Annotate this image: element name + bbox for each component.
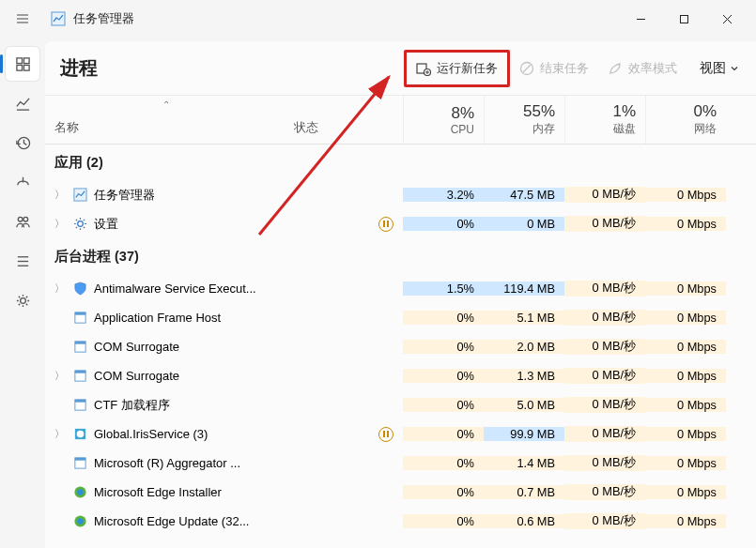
process-row[interactable]: COM Surrogate0%2.0 MB0 MB/秒0 Mbps	[45, 332, 756, 361]
process-row[interactable]: 〉COM Surrogate0%1.3 MB0 MB/秒0 Mbps	[45, 361, 756, 390]
metric-cell: 0 Mbps	[645, 456, 726, 470]
process-icon	[72, 485, 87, 500]
process-icon	[72, 282, 87, 297]
svg-rect-8	[16, 57, 22, 63]
metric-cell: 0%	[403, 427, 484, 441]
status-cell	[286, 217, 403, 232]
metric-cell: 0 Mbps	[645, 340, 726, 354]
col-header-memory[interactable]: 55% 内存	[484, 96, 564, 144]
expand-icon[interactable]: 〉	[54, 217, 66, 231]
process-icon	[72, 311, 87, 326]
process-name: Microsoft (R) Aggregator ...	[94, 456, 240, 470]
metric-cell: 0 Mbps	[645, 398, 726, 412]
sort-indicator-icon: ⌃	[162, 99, 170, 110]
run-new-task-label: 运行新任务	[437, 60, 498, 77]
hamburger-button[interactable]	[8, 4, 38, 34]
group-row[interactable]: 后台进程 (37)	[45, 238, 756, 274]
process-icon	[72, 456, 87, 471]
sidebar-item-services[interactable]	[6, 283, 39, 317]
col-header-disk[interactable]: 1% 磁盘	[564, 96, 645, 144]
svg-point-43	[77, 518, 84, 525]
metric-cell: 0 MB/秒	[564, 368, 645, 384]
disk-label: 磁盘	[613, 121, 636, 137]
efficiency-mode-button[interactable]: 效率模式	[598, 53, 687, 84]
sidebar-item-performance[interactable]	[6, 86, 39, 120]
metric-cell: 0%	[403, 217, 484, 231]
network-label: 网络	[694, 121, 717, 137]
end-task-icon	[519, 61, 534, 76]
metric-cell: 0%	[403, 340, 484, 354]
app-icon	[51, 11, 66, 26]
table-header: ⌃ 名称 状态 8% CPU 55% 内存 1% 磁盘	[45, 96, 756, 145]
col-header-network[interactable]: 0% 网络	[645, 96, 726, 144]
svg-rect-39	[74, 458, 85, 461]
process-name: 设置	[94, 216, 118, 233]
paused-icon	[378, 427, 393, 442]
process-row[interactable]: 〉Global.IrisService (3)0%99.9 MB0 MB/秒0 …	[45, 419, 756, 449]
svg-rect-9	[23, 57, 29, 63]
metric-cell: 0 MB/秒	[564, 455, 645, 471]
close-button[interactable]	[705, 4, 748, 34]
process-icon	[72, 514, 87, 529]
process-icon	[72, 427, 87, 442]
sidebar-item-app-history[interactable]	[6, 126, 39, 160]
metric-cell: 0%	[403, 311, 484, 325]
metric-cell: 0 MB/秒	[564, 397, 645, 413]
metric-cell: 0 MB/秒	[564, 310, 645, 326]
process-row[interactable]: Application Frame Host0%5.1 MB0 MB/秒0 Mb…	[45, 303, 756, 332]
svg-point-15	[23, 217, 27, 221]
process-row[interactable]: CTF 加载程序0%5.0 MB0 MB/秒0 Mbps	[45, 390, 756, 419]
process-icon	[72, 369, 87, 384]
view-label: 视图	[700, 60, 726, 77]
process-name: CTF 加载程序	[94, 397, 170, 414]
minimize-button[interactable]	[619, 4, 662, 34]
maximize-button[interactable]	[662, 4, 705, 34]
run-new-task-button[interactable]: 运行新任务	[407, 53, 507, 84]
expand-icon[interactable]: 〉	[54, 188, 66, 202]
process-row[interactable]: 〉任务管理器3.2%47.5 MB0 MB/秒0 Mbps	[45, 180, 756, 209]
svg-point-41	[77, 489, 84, 495]
group-row[interactable]: 应用 (2)	[45, 145, 756, 180]
svg-point-19	[20, 297, 25, 303]
view-button[interactable]: 视图	[694, 53, 745, 84]
process-row[interactable]: 〉Antimalware Service Execut...1.5%119.4 …	[45, 274, 756, 303]
metric-cell: 0 MB/秒	[564, 187, 645, 203]
metric-cell: 2.0 MB	[484, 340, 564, 354]
process-name: 任务管理器	[94, 187, 155, 204]
svg-rect-29	[74, 312, 85, 315]
process-row[interactable]: 〉设置0%0 MB0 MB/秒0 Mbps	[45, 209, 756, 238]
svg-rect-5	[680, 15, 687, 23]
process-row[interactable]: Microsoft (R) Aggregator ...0%1.4 MB0 MB…	[45, 449, 756, 478]
metric-cell: 0 MB/秒	[564, 216, 645, 232]
memory-label: 内存	[532, 121, 555, 137]
metric-cell: 0 Mbps	[645, 188, 726, 202]
sidebar-item-processes[interactable]	[6, 47, 39, 81]
sidebar-item-details[interactable]	[6, 244, 39, 278]
process-name: Application Frame Host	[94, 311, 221, 325]
process-icon	[72, 340, 87, 355]
sidebar-item-users[interactable]	[6, 205, 39, 238]
col-header-name[interactable]: ⌃ 名称	[45, 96, 286, 144]
process-list[interactable]: 应用 (2)〉任务管理器3.2%47.5 MB0 MB/秒0 Mbps〉设置0%…	[45, 145, 756, 548]
window-controls	[619, 4, 748, 34]
process-row[interactable]: Microsoft Edge Update (32...0%0.6 MB0 MB…	[45, 507, 756, 536]
expand-icon[interactable]: 〉	[54, 282, 66, 296]
svg-rect-10	[16, 65, 22, 70]
end-task-button[interactable]: 结束任务	[510, 53, 598, 84]
expand-icon[interactable]: 〉	[54, 427, 66, 441]
cpu-usage: 8%	[451, 104, 474, 123]
cpu-label: CPU	[451, 123, 474, 136]
expand-icon[interactable]: 〉	[54, 369, 66, 383]
col-header-status[interactable]: 状态	[286, 96, 403, 144]
app-title: 任务管理器	[73, 11, 134, 27]
run-task-icon	[416, 61, 431, 76]
svg-point-37	[76, 431, 84, 438]
metric-cell: 1.4 MB	[484, 456, 564, 470]
col-header-cpu[interactable]: 8% CPU	[403, 96, 484, 144]
leaf-icon	[608, 61, 623, 76]
page-title: 进程	[60, 55, 98, 81]
svg-point-27	[77, 221, 83, 227]
col-name-label: 名称	[54, 120, 286, 136]
sidebar-item-startup[interactable]	[6, 165, 39, 199]
process-row[interactable]: Microsoft Edge Installer0%0.7 MB0 MB/秒0 …	[45, 478, 756, 507]
